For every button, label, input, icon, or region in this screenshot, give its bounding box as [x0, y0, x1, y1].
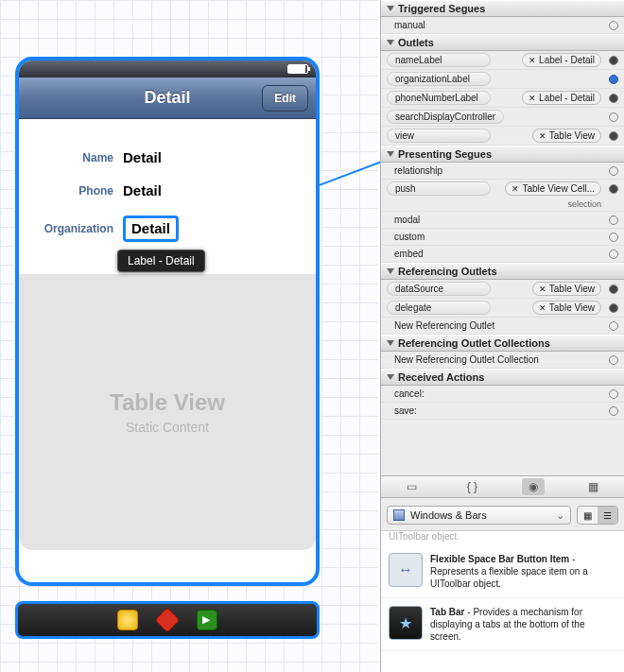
segue-embed[interactable]: embed: [381, 246, 624, 263]
disclosure-icon: [387, 6, 394, 11]
connect-circle-icon[interactable]: [609, 303, 618, 313]
section-presenting-segues[interactable]: Presenting Segues: [381, 146, 624, 163]
library-category-combo[interactable]: Windows & Bars ⌄: [387, 506, 571, 525]
section-outlets[interactable]: Outlets: [381, 34, 624, 51]
tab-file-templates-icon[interactable]: ▭: [400, 478, 423, 495]
table-view-placeholder[interactable]: Table View Static Content: [19, 274, 316, 550]
outlet-phonenumberlabel[interactable]: phoneNumberLabel ✕Label - Detail: [381, 89, 624, 108]
list-view-icon[interactable]: ☰: [598, 507, 617, 524]
connect-circle-icon[interactable]: [609, 166, 618, 176]
segue-custom[interactable]: custom: [381, 229, 624, 246]
connect-circle-icon[interactable]: [609, 75, 618, 84]
disclosure-icon: [387, 340, 394, 346]
connect-circle-icon[interactable]: [609, 406, 618, 416]
chevron-updown-icon: ⌄: [556, 509, 564, 522]
ref-delegate[interactable]: delegate ✕Table View: [381, 299, 624, 318]
iphone-mock: Detail Edit Name Detail Phone Detail Org…: [15, 57, 320, 586]
library-items[interactable]: UIToolbar object. ↔ Flexible Space Bar B…: [381, 530, 624, 672]
first-responder-icon[interactable]: [117, 610, 138, 630]
row-phone: Phone Detail: [28, 182, 306, 198]
connect-circle-icon[interactable]: [609, 321, 618, 331]
connection-pill[interactable]: ✕Table View: [532, 129, 601, 143]
tableview-title: Table View: [110, 389, 225, 416]
connection-pill[interactable]: ✕Table View: [532, 301, 601, 315]
segue-relationship[interactable]: relationship: [381, 163, 624, 180]
connection-pill[interactable]: ✕Label - Detail: [522, 91, 601, 105]
connect-circle-icon[interactable]: [609, 284, 618, 294]
tableview-subtitle: Static Content: [126, 420, 209, 435]
library-filter-row: Windows & Bars ⌄ ▦ ☰: [381, 502, 624, 528]
connect-circle-icon[interactable]: [609, 233, 618, 242]
close-icon[interactable]: ✕: [539, 131, 546, 141]
disclosure-icon: [387, 40, 394, 45]
tooltip-label-detail: Label - Detail: [117, 250, 205, 272]
section-referencing-outlets[interactable]: Referencing Outlets: [381, 263, 624, 280]
action-save[interactable]: save:: [381, 403, 624, 420]
outlet-organizationlabel[interactable]: organizationLabel: [381, 70, 624, 89]
connect-circle-icon[interactable]: [609, 389, 618, 399]
connections-inspector: Triggered Segues manual Outlets nameLabe…: [380, 0, 624, 672]
connect-circle-icon[interactable]: [609, 184, 618, 194]
value-organization: Detail: [131, 220, 170, 236]
action-cancel[interactable]: cancel:: [381, 386, 624, 403]
library-view-toggle[interactable]: ▦ ☰: [577, 506, 618, 525]
connect-circle-icon[interactable]: [609, 21, 618, 30]
connect-circle-icon[interactable]: [609, 215, 618, 225]
section-triggered-segues[interactable]: Triggered Segues: [381, 0, 624, 17]
label-phone: Phone: [28, 184, 123, 198]
status-bar: [19, 60, 316, 78]
library-item-tab-bar[interactable]: ★ Tab Bar - Provides a mechanism for dis…: [381, 598, 624, 651]
connect-circle-icon[interactable]: [609, 131, 618, 141]
value-phone[interactable]: Detail: [123, 182, 162, 198]
push-subtitle: selection: [567, 199, 618, 209]
edit-button[interactable]: Edit: [262, 85, 308, 112]
library-tabbar: ▭ { } ◉ ▦: [381, 475, 624, 498]
segue-push[interactable]: push ✕Table View Cell... selection: [381, 180, 624, 212]
section-received-actions[interactable]: Received Actions: [381, 369, 624, 386]
nav-title: Detail: [144, 88, 190, 108]
row-organization: Organization Detail: [28, 215, 306, 242]
outlet-view[interactable]: view ✕Table View: [381, 127, 624, 146]
connection-pill[interactable]: ✕Table View Cell...: [505, 181, 601, 196]
navigation-bar: Detail Edit: [19, 78, 316, 119]
truncated-prev-item: UIToolbar object.: [381, 531, 624, 545]
row-name: Name Detail: [28, 149, 306, 165]
ref-datasource[interactable]: dataSource ✕Table View: [381, 280, 624, 299]
selected-label[interactable]: Detail: [123, 215, 179, 242]
connection-pill[interactable]: ✕Label - Detail: [522, 53, 601, 67]
connect-circle-icon[interactable]: [609, 56, 618, 65]
close-icon[interactable]: ✕: [539, 284, 546, 294]
view-controller-icon[interactable]: [156, 609, 180, 632]
value-name[interactable]: Detail: [123, 149, 162, 165]
tab-objects-icon[interactable]: ◉: [522, 478, 545, 495]
close-icon[interactable]: ✕: [529, 56, 536, 65]
section-referencing-collections[interactable]: Referencing Outlet Collections: [381, 335, 624, 352]
tab-code-snippets-icon[interactable]: { }: [460, 478, 483, 495]
exit-icon[interactable]: [197, 610, 217, 630]
outlet-namelabel[interactable]: nameLabel ✕Label - Detail: [381, 51, 624, 70]
disclosure-icon: [387, 151, 394, 157]
refcol-new[interactable]: New Referencing Outlet Collection: [381, 352, 624, 369]
label-organization: Organization: [28, 222, 123, 235]
close-icon[interactable]: ✕: [539, 303, 546, 313]
tab-bar-icon: ★: [389, 606, 423, 640]
tab-media-icon[interactable]: ▦: [582, 478, 605, 495]
connect-circle-icon[interactable]: [609, 355, 618, 365]
segue-modal[interactable]: modal: [381, 212, 624, 229]
label-name: Name: [28, 151, 123, 164]
close-icon[interactable]: ✕: [529, 94, 536, 103]
disclosure-icon: [387, 374, 394, 380]
connect-circle-icon[interactable]: [609, 250, 618, 259]
library-item-flexible-space[interactable]: ↔ Flexible Space Bar Button Item - Repre…: [381, 545, 624, 598]
grid-view-icon[interactable]: ▦: [578, 507, 598, 524]
row-manual[interactable]: manual: [381, 17, 624, 34]
ref-new[interactable]: New Referencing Outlet: [381, 318, 624, 335]
close-icon[interactable]: ✕: [511, 184, 519, 194]
connection-pill[interactable]: ✕Table View: [532, 282, 601, 296]
disclosure-icon: [387, 268, 394, 274]
connect-circle-icon[interactable]: [609, 112, 618, 122]
battery-icon: [287, 64, 308, 74]
scene-dock: [15, 601, 320, 639]
connect-circle-icon[interactable]: [609, 94, 618, 103]
outlet-searchdisplaycontroller[interactable]: searchDisplayController: [381, 108, 624, 127]
